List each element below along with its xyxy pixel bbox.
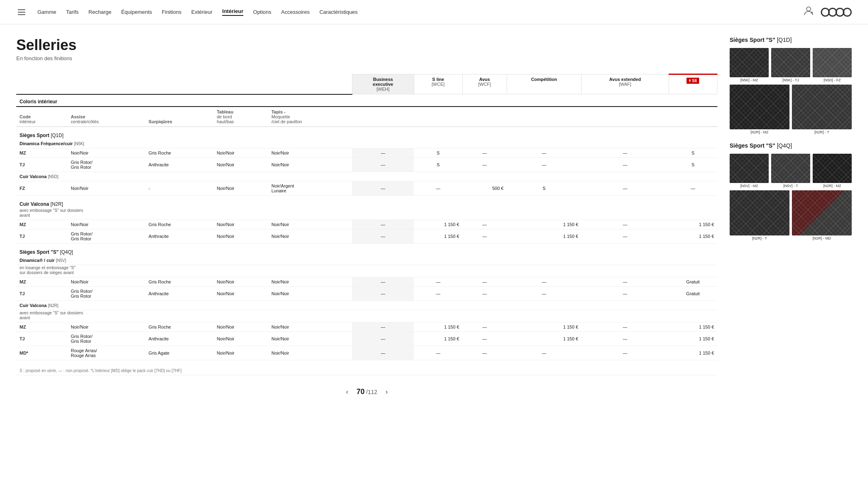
sub-header-n2r-q4q: Cuir Valcona [N2R]: [16, 301, 717, 310]
nav-gamme[interactable]: Gamme: [37, 9, 56, 15]
table-row: FZ Noir/Noir - Noir/Noir Noir/ArgentLuna…: [16, 181, 717, 195]
col-tableau: Tableau de bord haut/bas: [214, 107, 268, 127]
prev-page-button[interactable]: ‹: [346, 388, 348, 396]
hamburger-menu[interactable]: [16, 8, 27, 17]
seat-images-q1d-row1: [N5K] - MZ [N5K] - TJ [N5D] - FZ: [730, 48, 852, 82]
finition-weh: Businessexecutive[WEH]: [352, 74, 414, 94]
table-wrapper: Businessexecutive[WEH] S line[WCE] Avus[…: [16, 74, 717, 375]
sub-header-n5d: Cuir Valcona [N5D]: [16, 172, 717, 181]
col-wce-label: [414, 107, 462, 127]
seat-image-n2r-mz-q4q: [N2R] - MZ: [813, 154, 852, 188]
col-weh-label: [352, 107, 414, 127]
col-assise: Assise centrale/côtés: [68, 107, 145, 127]
table-row: TJ Gris Rotor/Gris Rotor Anthracite Noir…: [16, 157, 717, 172]
table-row: TJ Gris Rotor/Gris Rotor Anthracite Noir…: [16, 331, 717, 346]
seat-image-n5d-fz: [N5D] - FZ: [813, 48, 852, 82]
table-row: TJ Gris Rotor/Gris Rotor Anthracite Noir…: [16, 229, 717, 243]
current-page: 70 /112: [356, 388, 377, 396]
finition-wcf: Avus[WCF]: [462, 74, 507, 94]
nav-caracteristiques[interactable]: Caractéristiques: [319, 9, 358, 15]
finition-comp: Compétition: [507, 74, 582, 94]
seat-image-n2r-mz: [N2R] - MZ: [730, 85, 789, 134]
seat-image-n5v-mz: [N5V] - MZ: [730, 154, 769, 188]
col-code: Code intérieur: [16, 107, 68, 127]
section-sieges-sport-q1d: Sièges Sport [Q1D]: [16, 126, 717, 139]
table-row: MZ Noir/Noir Gris Roche Noir/Noir Noir/N…: [16, 277, 717, 286]
table-row: MD* Rouge Arras/Rouge Arras Gris Agate N…: [16, 346, 717, 360]
finition-s6: ▮S6: [669, 74, 717, 94]
nav-exterieur[interactable]: Extérieur: [191, 9, 212, 15]
nav-tarifs[interactable]: Tarifs: [66, 9, 79, 15]
col-label-row: Code intérieur Assise centrale/côtés Sur…: [16, 107, 717, 127]
nav-links: Gamme Tarifs Recharge Équipements Finiti…: [37, 8, 358, 16]
seat-image-n5k-tj: [N5K] - TJ: [771, 48, 810, 82]
sidebar-q4q-title: Sièges Sport "S" [Q4Q]: [730, 142, 852, 149]
note-text: S : proposé en série, — : non proposé. *…: [16, 360, 717, 375]
finition-waf: Avus extended[WAF]: [582, 74, 669, 94]
seat-images-q1d-row2: [N2R] - MZ [N2R] - T: [730, 85, 852, 134]
nav-options[interactable]: Options: [253, 9, 271, 15]
coloris-row: Coloris intérieur: [16, 94, 717, 107]
page-title: Selleries: [16, 37, 717, 54]
note-row: S : proposé en série, — : non proposé. *…: [16, 360, 717, 375]
seat-images-q4q-row2: [N2R] - T [N2R] - MD: [730, 190, 852, 240]
sub-header-n5k: Dinamica Fréquence/cuir [N5K]: [16, 139, 717, 148]
seat-image-n2r-t: [N2R] - T: [792, 85, 852, 134]
table-row: MZ Noir/Noir Gris Roche Noir/Noir Noir/N…: [16, 322, 717, 331]
user-icon[interactable]: [803, 5, 814, 19]
audi-logo: [821, 8, 852, 17]
s6-badge: ▮S6: [687, 78, 699, 84]
sub-header-n5v: Dinamica® / cuir [N5V]: [16, 256, 717, 265]
finition-wce: S line[WCE]: [414, 74, 462, 94]
seat-image-n2r-md: [N2R] - MD: [792, 190, 852, 240]
sub-desc-row: avec embossage "S" sur dossiersavant: [16, 208, 717, 220]
seat-image-n5k-mz: [N5K] - MZ: [730, 48, 769, 82]
selleries-table: Businessexecutive[WEH] S line[WCE] Avus[…: [16, 74, 717, 375]
table-row: MZ Noir/Noir Gris Roche Noir/Noir Noir/N…: [16, 220, 717, 229]
section-sieges-sport-s-q4q: Sièges Sport "S" [Q4Q]: [16, 243, 717, 256]
nav-recharge[interactable]: Recharge: [88, 9, 111, 15]
page-subtitle: En fonction des finitions: [16, 55, 717, 61]
col-waf-label: [582, 107, 669, 127]
seat-images-q4q-row1: [N5V] - MZ [N5V] - T [N2R] - MZ: [730, 154, 852, 188]
coloris-title: Coloris intérieur: [16, 94, 717, 107]
table-row: TJ Gris Rotor/Gris Rotor Anthracite Noir…: [16, 286, 717, 301]
seat-image-n2r-t-q4q: [N2R] - T: [730, 190, 789, 240]
main-content: Selleries En fonction des finitions Busi…: [0, 24, 868, 408]
col-tapis: Tapis - Moquette /ciel de pavillon: [268, 107, 352, 127]
nav-equipements[interactable]: Équipements: [121, 9, 152, 15]
col-comp-label: [507, 107, 582, 127]
nav-left: Gamme Tarifs Recharge Équipements Finiti…: [16, 8, 358, 17]
nav-finitions[interactable]: Finitions: [162, 9, 181, 15]
svg-point-0: [807, 7, 811, 11]
section-cuir-valcona-n2r: Cuir Valcona [N2R]: [16, 195, 717, 208]
sub-desc-row: avec embossage "S" sur dossiersavant: [16, 310, 717, 322]
sidebar-q1d-title: Sièges Sport "S" [Q1D]: [730, 37, 852, 43]
navigation: Gamme Tarifs Recharge Équipements Finiti…: [0, 0, 868, 24]
finitions-header-row: Businessexecutive[WEH] S line[WCE] Avus[…: [16, 74, 717, 94]
col-s6-label: [669, 107, 717, 127]
pagination: ‹ 70 /112 ›: [16, 388, 717, 396]
content-area: Selleries En fonction des finitions Busi…: [16, 37, 717, 396]
empty-header: [16, 74, 352, 94]
table-row: MZ Noir/Noir Gris Roche Noir/Noir Noir/N…: [16, 148, 717, 157]
seat-image-n5v-t: [N5V] - T: [771, 154, 810, 188]
next-page-button[interactable]: ›: [385, 388, 388, 396]
col-surpiqures: Surpiqûres: [145, 107, 214, 127]
sub-desc-row: en losange et embossage "S"sur dossiers …: [16, 265, 717, 277]
nav-accessoires[interactable]: Accessoires: [281, 9, 310, 15]
nav-interieur[interactable]: Intérieur: [222, 8, 243, 16]
col-wcf-label: [462, 107, 507, 127]
sidebar: Sièges Sport "S" [Q1D] [N5K] - MZ [N5K] …: [730, 37, 852, 396]
nav-right: [803, 5, 852, 19]
table-body: Sièges Sport [Q1D] Dinamica Fréquence/cu…: [16, 126, 717, 375]
